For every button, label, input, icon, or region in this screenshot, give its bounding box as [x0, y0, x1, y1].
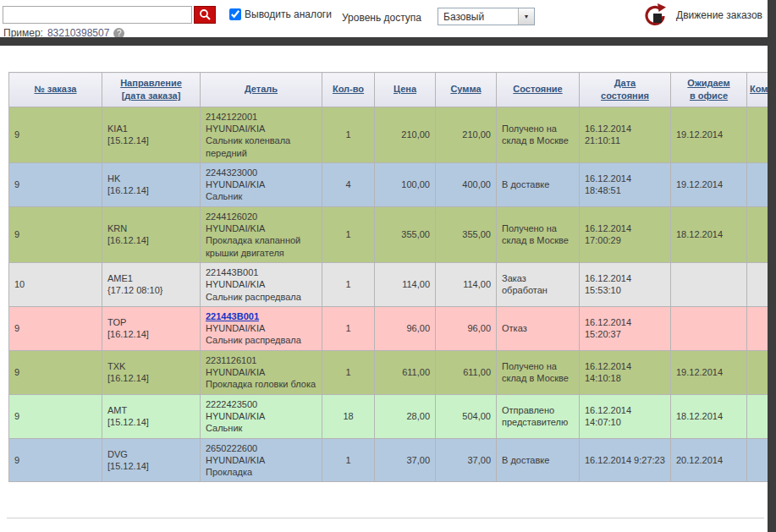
col-detail[interactable]: Деталь — [201, 73, 322, 107]
detail-cell: 2244126020 HYUNDAI/KIA Прокладка клапанн… — [201, 206, 322, 262]
direction-cell: TOP [16.12.14] — [102, 306, 201, 350]
bottom-divider — [7, 518, 764, 518]
col-sum[interactable]: Сумма — [436, 73, 497, 107]
sum-cell: 355,00 — [436, 206, 497, 262]
search-button[interactable] — [194, 6, 216, 24]
comment-cell — [747, 394, 768, 438]
part-name: Сальник — [206, 422, 316, 434]
direction-cell: AMT [15.12.14] — [102, 394, 201, 438]
comment-cell — [747, 206, 768, 262]
status-cell: В доставке — [497, 438, 580, 482]
status-date-cell: 16.12.2014 15:53:10 — [580, 262, 671, 306]
top-dark-divider — [0, 37, 776, 46]
status-cell: Получено на склад в Москве — [497, 107, 580, 162]
part-name: Сальник распредвала — [206, 291, 316, 303]
part-brand: HYUNDAI/KIA — [206, 179, 265, 189]
sum-cell: 611,00 — [436, 350, 497, 394]
status-cell: Отправлено представителю — [497, 394, 580, 438]
order-movement-button[interactable]: Движение заказов — [641, 3, 762, 28]
table-row[interactable]: 9 AMT [15.12.14] 2222423500 HYUNDAI/KIA … — [9, 394, 768, 438]
table-row[interactable]: 9 KIA1 [15.12.14] 2142122001 HYUNDAI/KIA… — [9, 107, 768, 162]
qty-cell: 1 — [322, 206, 375, 262]
sum-cell: 37,00 — [436, 438, 497, 482]
table-row[interactable]: 9 DVG [15.12.14] 2650222600 HYUNDAI/KIA … — [9, 438, 768, 482]
part-brand: HYUNDAI/KIA — [206, 279, 265, 289]
status-cell: В доставке — [497, 162, 580, 206]
col-qty[interactable]: Кол-во — [322, 73, 375, 107]
detail-cell: 221443B001 HYUNDAI/KIA Сальник распредва… — [201, 262, 322, 306]
status-date-cell: 16.12.2014 21:10:11 — [580, 107, 671, 162]
part-code: 2142122001 — [206, 112, 257, 122]
qty-cell: 18 — [322, 394, 375, 438]
table-row[interactable]: 9 KRN [16.12.14] 2244126020 HYUNDAI/KIA … — [9, 206, 768, 262]
col-comment[interactable]: Ком — [747, 73, 768, 107]
detail-cell: 2231126101 HYUNDAI/KIA Прокладка головки… — [201, 350, 322, 394]
col-price[interactable]: Цена — [375, 73, 436, 107]
order-number-cell: 9 — [9, 107, 102, 162]
table-row[interactable]: 10 AME1 {17.12 08:10} 221443B001 HYUNDAI… — [9, 262, 768, 306]
access-level-value: Базовый — [443, 11, 484, 23]
part-code: 2222423500 — [206, 399, 257, 409]
sum-cell: 400,00 — [436, 162, 497, 206]
col-direction[interactable]: Направление [дата заказа] — [102, 73, 201, 107]
table-row[interactable]: 9 TOP [16.12.14] 221443B001 HYUNDAI/KIA … — [9, 306, 768, 350]
part-brand: HYUNDAI/KIA — [206, 323, 265, 333]
direction-cell: HK [16.12.14] — [102, 162, 201, 206]
part-code: 2244126020 — [206, 211, 257, 222]
detail-cell: 2222423500 HYUNDAI/KIA Сальник — [201, 394, 322, 438]
part-brand: HYUNDAI/KIA — [206, 411, 265, 421]
col-expected[interactable]: Ожидаем в офисе — [671, 73, 747, 107]
order-number-cell: 9 — [9, 306, 102, 350]
part-code-link[interactable]: 221443B001 — [206, 311, 259, 321]
part-code: 2244323000 — [206, 167, 257, 178]
part-code: 221443B001 — [206, 267, 258, 277]
qty-cell: 1 — [322, 350, 375, 394]
col-status[interactable]: Состояние — [497, 73, 580, 107]
price-cell: 28,00 — [375, 394, 436, 438]
search-input[interactable] — [3, 6, 192, 24]
part-brand: HYUNDAI/KIA — [206, 123, 265, 134]
sum-cell: 96,00 — [436, 306, 497, 350]
table-header-row: № заказа Направление [дата заказа] Детал… — [9, 73, 768, 107]
col-order-number[interactable]: № заказа — [9, 73, 102, 107]
access-level-label: Уровень доступа — [342, 12, 421, 24]
expected-date-cell: 20.12.2014 — [671, 438, 747, 482]
order-number-cell: 9 — [9, 206, 102, 262]
comment-cell — [747, 438, 768, 482]
part-code: 2231126101 — [206, 355, 256, 365]
table-row[interactable]: 9 HK [16.12.14] 2244323000 HYUNDAI/KIA С… — [9, 162, 768, 206]
expected-date-cell: 18.12.2014 — [671, 206, 747, 262]
expected-date-cell — [671, 262, 747, 306]
price-cell: 37,00 — [375, 438, 436, 482]
expected-date-cell — [671, 306, 747, 350]
sum-cell: 504,00 — [436, 394, 497, 438]
table-row[interactable]: 9 TXK [16.12.14] 2231126101 HYUNDAI/KIA … — [9, 350, 768, 394]
show-analogs-group: Выводить аналоги — [229, 8, 332, 20]
right-dark-edge — [768, 0, 776, 532]
direction-cell: TXK [16.12.14] — [102, 350, 201, 394]
show-analogs-checkbox[interactable] — [229, 8, 241, 20]
price-cell: 96,00 — [375, 306, 436, 350]
chevron-down-icon: ▼ — [518, 8, 534, 25]
qty-cell: 1 — [322, 262, 375, 306]
sum-cell: 210,00 — [436, 107, 497, 162]
direction-cell: KIA1 [15.12.14] — [102, 107, 201, 162]
detail-cell: 2142122001 HYUNDAI/KIA Сальник коленвала… — [201, 107, 322, 162]
order-number-cell: 9 — [9, 162, 102, 206]
status-date-cell: 16.12.2014 15:20:37 — [580, 306, 671, 350]
price-cell: 114,00 — [375, 262, 436, 306]
comment-cell — [747, 306, 768, 350]
part-name: Сальник распредвала — [206, 334, 316, 346]
qty-cell: 4 — [322, 162, 375, 206]
part-name: Прокладка клапанной крышки двигателя — [206, 234, 316, 259]
status-cell: Получено на склад в Москве — [497, 350, 580, 394]
access-level-select[interactable]: Базовый ▼ — [438, 8, 535, 25]
col-status-date[interactable]: Дата состояния — [580, 73, 671, 107]
order-number-cell: 9 — [9, 438, 102, 482]
detail-cell: 2650222600 HYUNDAI/KIA Прокладка — [201, 438, 322, 482]
status-cell: Заказ обработан — [497, 262, 580, 306]
direction-cell: KRN [16.12.14] — [102, 206, 201, 262]
price-cell: 100,00 — [375, 162, 436, 206]
order-number-cell: 9 — [9, 350, 102, 394]
sum-cell: 114,00 — [436, 262, 497, 306]
